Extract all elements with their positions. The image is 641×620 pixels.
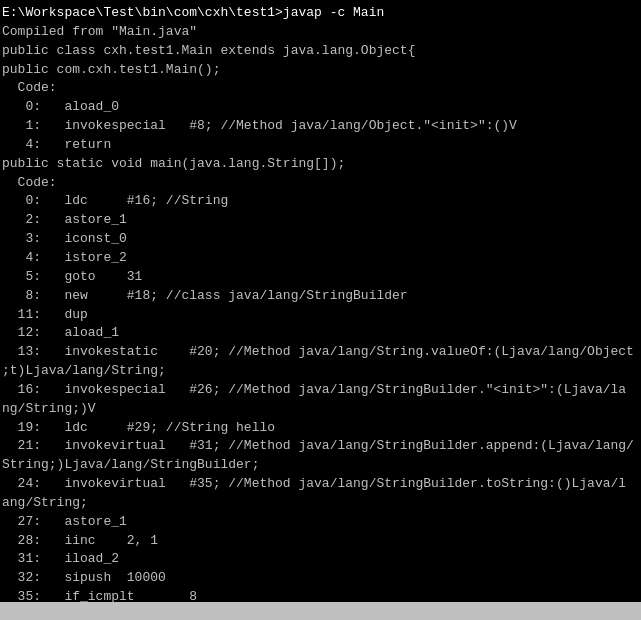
terminal-line: public static void main(java.lang.String… [2,155,639,174]
terminal-line: 5: goto 31 [2,268,639,287]
terminal-line: 16: invokespecial #26; //Method java/lan… [2,381,639,400]
terminal-line: String;)Ljava/lang/StringBuilder; [2,456,639,475]
terminal: E:\Workspace\Test\bin\com\cxh\test1>java… [0,0,641,620]
terminal-line: 27: astore_1 [2,513,639,532]
terminal-line: 2: astore_1 [2,211,639,230]
terminal-line: ;t)Ljava/lang/String; [2,362,639,381]
terminal-line: 8: new #18; //class java/lang/StringBuil… [2,287,639,306]
terminal-line: 3: iconst_0 [2,230,639,249]
terminal-line: 13: invokestatic #20; //Method java/lang… [2,343,639,362]
terminal-line: E:\Workspace\Test\bin\com\cxh\test1>java… [2,4,639,23]
terminal-line: 12: aload_1 [2,324,639,343]
terminal-line: ang/String; [2,494,639,513]
terminal-line: Code: [2,79,639,98]
terminal-line: 31: iload_2 [2,550,639,569]
terminal-line: public com.cxh.test1.Main(); [2,61,639,80]
terminal-line: 0: aload_0 [2,98,639,117]
terminal-line: 0: ldc #16; //String [2,192,639,211]
terminal-line: 4: return [2,136,639,155]
terminal-line: 28: iinc 2, 1 [2,532,639,551]
terminal-line: 24: invokevirtual #35; //Method java/lan… [2,475,639,494]
terminal-line: 21: invokevirtual #31; //Method java/lan… [2,437,639,456]
terminal-line: ng/String;)V [2,400,639,419]
terminal-line: Code: [2,174,639,193]
status-bar [0,602,641,620]
terminal-line: 11: dup [2,306,639,325]
terminal-line: 19: ldc #29; //String hello [2,419,639,438]
terminal-line: Compiled from "Main.java" [2,23,639,42]
terminal-line: 4: istore_2 [2,249,639,268]
terminal-line: public class cxh.test1.Main extends java… [2,42,639,61]
terminal-line: 1: invokespecial #8; //Method java/lang/… [2,117,639,136]
terminal-line: 32: sipush 10000 [2,569,639,588]
